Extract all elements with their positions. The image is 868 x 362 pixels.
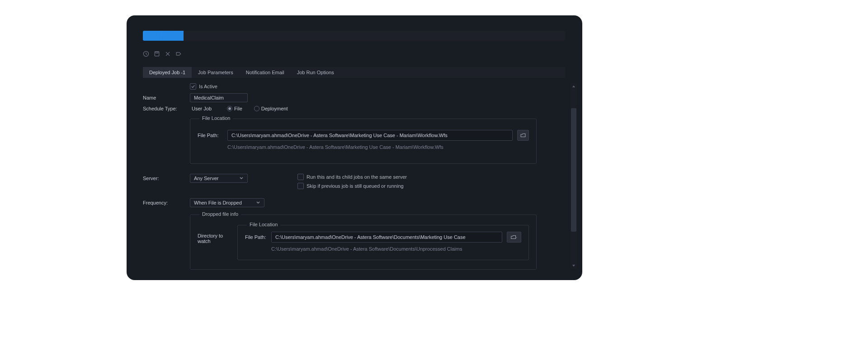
name-input[interactable] (190, 93, 248, 102)
toolbar (142, 50, 183, 58)
form-content: Is Active Name Schedule Type: User Job F… (143, 83, 565, 270)
radio-deployment[interactable] (254, 106, 259, 111)
inner-file-path-label: File Path: (245, 234, 267, 240)
run-same-server-checkbox[interactable] (297, 174, 304, 180)
chevron-down-icon (239, 176, 244, 181)
clock-icon[interactable] (142, 50, 150, 58)
scroll-down-icon[interactable] (571, 262, 577, 269)
close-icon[interactable] (164, 50, 172, 58)
inner-file-location-fieldset: File Location File Path: C:\Users\maryam… (237, 225, 529, 260)
inner-browse-button[interactable] (507, 232, 521, 243)
inner-file-location-legend: File Location (247, 222, 280, 227)
scrollbar-thumb[interactable] (571, 108, 576, 232)
tab-deployed-job[interactable]: Deployed Job -1 (143, 67, 192, 78)
is-active-label: Is Active (199, 84, 217, 89)
file-location-fieldset: File Location File Path: C:\Users\maryam… (190, 119, 537, 164)
inner-file-path-input[interactable] (271, 232, 502, 243)
tab-notification-email[interactable]: Notification Email (240, 67, 291, 78)
tab-label: Notification Email (246, 70, 284, 75)
chevron-down-icon (256, 200, 260, 205)
scrollbar[interactable] (571, 83, 577, 269)
svg-rect-1 (155, 52, 159, 56)
radio-label-deployment: Deployment (261, 106, 288, 111)
file-location-legend: File Location (199, 115, 233, 121)
server-label: Server: (143, 174, 190, 181)
name-label: Name (143, 95, 190, 100)
tab-job-run-options[interactable]: Job Run Options (291, 67, 340, 78)
inner-file-path-subtext: C:\Users\maryam.ahmad\OneDrive - Astera … (271, 246, 521, 252)
skip-queued-label: Skip if previous job is still queued or … (307, 183, 404, 189)
server-select[interactable]: Any Server (190, 174, 248, 183)
browse-button[interactable] (517, 130, 529, 141)
save-icon[interactable] (153, 50, 161, 58)
is-active-checkbox[interactable] (190, 83, 196, 90)
file-path-label: File Path: (198, 133, 223, 138)
dropped-file-legend: Dropped file info (199, 211, 241, 217)
radio-label-file: File (234, 106, 242, 111)
scroll-up-icon[interactable] (571, 83, 577, 90)
radio-label-user-job: User Job (192, 106, 212, 111)
tab-label: Job Parameters (198, 70, 233, 75)
dropped-file-info-fieldset: Dropped file info Directory to watch Fil… (190, 214, 537, 270)
tab-job-parameters[interactable]: Job Parameters (192, 67, 240, 78)
radio-file[interactable] (227, 106, 232, 111)
frequency-label: Frequency: (143, 200, 190, 205)
tab-label: Job Run Options (297, 70, 334, 75)
tab-label: Deployed Job -1 (149, 70, 185, 75)
frequency-select[interactable]: When File is Dropped (190, 198, 264, 207)
run-same-server-label: Run this and its child jobs on the same … (307, 174, 407, 180)
file-path-input[interactable] (227, 130, 513, 141)
frequency-value: When File is Dropped (194, 200, 242, 205)
directory-label: Directory to watch (198, 225, 235, 260)
svg-rect-2 (156, 52, 158, 53)
title-bar-highlight: ████████ (143, 31, 184, 41)
schedule-type-label: Schedule Type: (143, 106, 190, 111)
skip-queued-checkbox[interactable] (297, 183, 304, 189)
server-value: Any Server (194, 176, 218, 181)
tag-icon[interactable] (175, 50, 183, 58)
job-scheduler-window: ████████ Deployed Job -1 Job Parameters … (127, 15, 582, 280)
file-path-subtext: C:\Users\maryam.ahmad\OneDrive - Astera … (227, 144, 529, 150)
tab-strip: Deployed Job -1 Job Parameters Notificat… (143, 67, 565, 78)
title-bar: ████████ (143, 31, 565, 41)
